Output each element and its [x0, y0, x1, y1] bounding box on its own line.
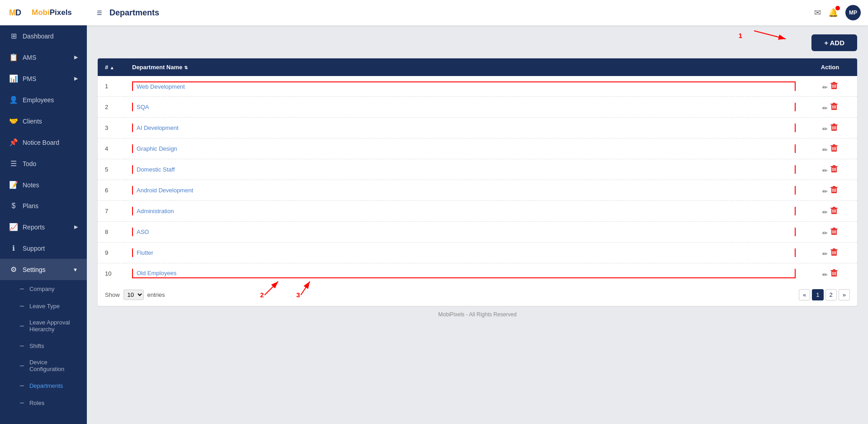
plans-icon: $: [9, 202, 18, 210]
sort-icon: ▲: [110, 65, 114, 70]
support-icon: ℹ: [9, 244, 18, 252]
sidebar-item-reports[interactable]: 📈 Reports ▶: [0, 216, 87, 238]
table-row: 2SQA✏: [98, 97, 857, 118]
delete-button[interactable]: [830, 227, 838, 237]
sidebar: ⊞ Dashboard 📋 AMS ▶ 📊 PMS ▶ 👤 Employees …: [0, 25, 87, 424]
sidebar-sub-leave-type[interactable]: – Leave Type: [0, 297, 87, 314]
table-row: 4Graphic Design✏: [98, 138, 857, 159]
delete-button[interactable]: [830, 206, 838, 216]
delete-button[interactable]: [830, 81, 838, 91]
row-number: 1: [98, 76, 125, 97]
page-footer: MobiPixels - All Rights Reserved: [98, 306, 857, 323]
dash-icon: –: [20, 342, 24, 350]
logo-icon: M D: [7, 5, 28, 21]
notification-button[interactable]: 🔔: [828, 8, 838, 18]
pagination-page-2-button[interactable]: 2: [825, 289, 837, 300]
svg-rect-61: [830, 270, 838, 271]
edit-button[interactable]: ✏: [822, 105, 828, 112]
edit-button[interactable]: ✏: [822, 125, 828, 133]
delete-button[interactable]: [830, 186, 838, 195]
delete-button[interactable]: [830, 165, 838, 174]
edit-button[interactable]: ✏: [822, 229, 828, 237]
mail-button[interactable]: ✉: [814, 8, 821, 18]
pagination-page-1-button[interactable]: 1: [812, 289, 823, 300]
row-number: 6: [98, 180, 125, 201]
sidebar-item-notes[interactable]: 📝 Notes: [0, 174, 87, 195]
svg-text:2: 2: [260, 291, 264, 299]
notification-badge: [835, 6, 840, 10]
sidebar-item-dashboard[interactable]: ⊞ Dashboard: [0, 25, 87, 47]
sidebar-item-pms[interactable]: 📊 PMS ▶: [0, 68, 87, 89]
brand-name: MobiPixels: [32, 8, 72, 17]
delete-button[interactable]: [830, 248, 838, 257]
sidebar-sub-leave-approval[interactable]: – Leave Approval Hierarchy: [0, 314, 87, 337]
sidebar-item-plans[interactable]: $ Plans: [0, 195, 87, 216]
table-row: 6Android Development✏: [98, 180, 857, 201]
sidebar-sub-device-config[interactable]: – Device Configuration: [0, 354, 87, 377]
dash-icon: –: [20, 322, 24, 330]
avatar[interactable]: MP: [845, 5, 861, 20]
action-cell: ✏: [803, 201, 857, 222]
page-title: Departments: [109, 8, 159, 18]
edit-button[interactable]: ✏: [822, 250, 828, 257]
edit-button[interactable]: ✏: [822, 209, 828, 216]
delete-button[interactable]: [830, 123, 838, 133]
table-row: 5Domestic Staff✏: [98, 159, 857, 180]
delete-button[interactable]: [830, 102, 838, 112]
pagination-last-button[interactable]: »: [839, 289, 850, 300]
dept-name-cell: Graphic Design: [125, 138, 803, 159]
table-wrapper: # ▲ Department Name ⇅ Action 1Web Develo…: [98, 58, 857, 306]
svg-rect-13: [830, 104, 838, 105]
col-header-dept-name: Department Name ⇅: [125, 58, 803, 76]
chevron-right-icon: ▶: [74, 54, 78, 60]
sidebar-item-notice-board[interactable]: 📌 Notice Board: [0, 132, 87, 153]
svg-rect-49: [830, 229, 838, 229]
sidebar-item-support[interactable]: ℹ Support: [0, 238, 87, 259]
chevron-down-icon: ▼: [73, 267, 78, 272]
edit-button[interactable]: ✏: [822, 84, 828, 91]
sidebar-item-clients[interactable]: 🤝 Clients: [0, 110, 87, 132]
action-cell: ✏: [803, 243, 857, 263]
action-cell: ✏: [803, 159, 857, 180]
edit-button[interactable]: ✏: [822, 271, 828, 278]
action-cell: ✏: [803, 180, 857, 201]
svg-rect-25: [830, 145, 838, 146]
delete-button[interactable]: [830, 144, 838, 153]
delete-button[interactable]: [830, 269, 838, 278]
sidebar-sub-label: Departments: [29, 382, 63, 389]
svg-text:3: 3: [296, 291, 300, 299]
sidebar-item-ams[interactable]: 📋 AMS ▶: [0, 47, 87, 68]
sidebar-item-todo[interactable]: ☰ Todo: [0, 153, 87, 174]
hamburger-button[interactable]: ☰: [93, 8, 106, 18]
sidebar-item-label: Clients: [23, 118, 42, 125]
svg-line-4: [754, 31, 786, 39]
sidebar-sub-shifts[interactable]: – Shifts: [0, 337, 87, 354]
dept-name-cell: Flutter: [125, 243, 803, 263]
add-button[interactable]: + ADD: [811, 34, 857, 51]
svg-rect-19: [830, 124, 838, 125]
dash-icon: –: [20, 302, 24, 310]
entries-select[interactable]: 10 25 50: [123, 290, 144, 300]
chevron-right-icon: ▶: [74, 224, 78, 230]
sidebar-sub-company[interactable]: – Company: [0, 280, 87, 297]
sidebar-item-label: Notice Board: [23, 139, 59, 146]
edit-button[interactable]: ✏: [822, 167, 828, 174]
edit-button[interactable]: ✏: [822, 146, 828, 153]
sidebar-item-label: Settings: [23, 266, 46, 273]
svg-text:D: D: [15, 8, 21, 17]
pagination-first-button[interactable]: «: [799, 289, 810, 300]
sidebar-item-label: Todo: [23, 160, 36, 167]
action-cell: ✏: [803, 118, 857, 138]
action-row: 1 + ADD: [98, 34, 857, 51]
dept-name-cell: SQA: [125, 97, 803, 118]
sidebar-sub-roles[interactable]: – Roles: [0, 394, 87, 411]
sidebar-sub-departments[interactable]: – Departments: [0, 377, 87, 394]
action-cell: ✏: [803, 222, 857, 243]
table-header-row: # ▲ Department Name ⇅ Action: [98, 58, 857, 76]
sidebar-item-employees[interactable]: 👤 Employees: [0, 89, 87, 110]
edit-button[interactable]: ✏: [822, 188, 828, 195]
sidebar-item-settings[interactable]: ⚙ Settings ▼: [0, 259, 87, 280]
table-row: 3AI Development✏: [98, 118, 857, 138]
table-row: 9Flutter✏: [98, 243, 857, 263]
entries-label: entries: [147, 291, 165, 298]
